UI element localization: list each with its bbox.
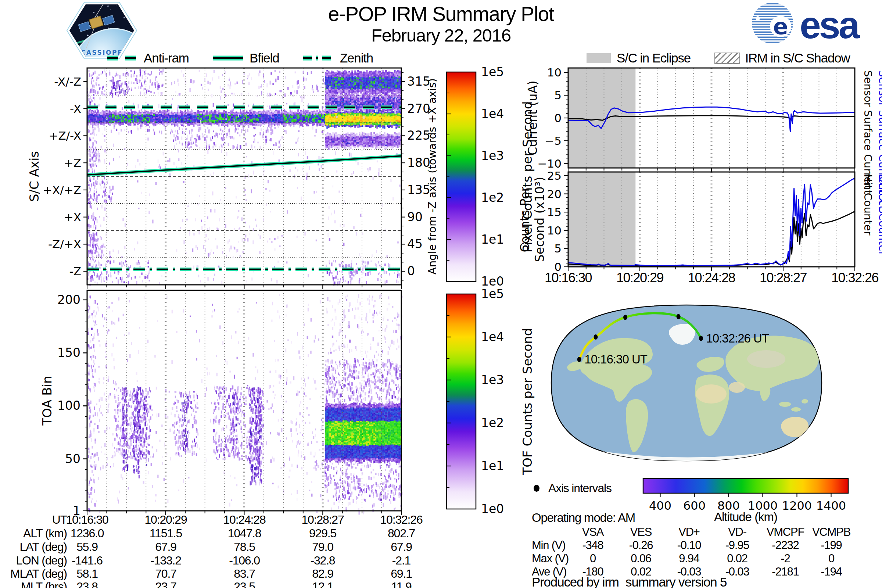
axis-interval-dot xyxy=(676,314,681,320)
angle-tick-label: 0 xyxy=(407,264,415,278)
ephemeris-value: 1236.0 xyxy=(43,526,131,540)
ephemeris-value: 929.5 xyxy=(279,526,367,540)
ephemeris-value: 82.9 xyxy=(279,567,367,580)
axis-intervals-label: Axis intervals xyxy=(548,482,612,495)
legend-label-anti-ram: Anti-ram xyxy=(144,51,189,65)
tof-counts-colorbar-tick-label: 1e0 xyxy=(481,502,504,516)
sensor-current-ytick: 10 xyxy=(547,66,561,79)
tof-counts-colorbar-title: TOF Counts per Second xyxy=(520,328,535,476)
legend-label-bfield: Bfield xyxy=(249,51,279,65)
shadow-legend: S/C in Eclipse IRM in S/C Shadow xyxy=(586,51,873,65)
interval-dot-icon xyxy=(534,485,540,492)
voltage-column-header: VD+ xyxy=(662,525,717,539)
axis-intervals-legend: Axis intervals xyxy=(534,482,612,495)
counters-ytick: 25 xyxy=(547,169,561,182)
legend-label-eclipse: S/C in Eclipse xyxy=(616,51,690,65)
voltage-value: 0 xyxy=(565,552,620,565)
voltage-value: 9.94 xyxy=(662,552,717,565)
operating-mode-text: Operating mode: AM xyxy=(532,511,635,525)
legend-item-zenith: Zenith xyxy=(302,51,373,65)
voltage-value: 0.02 xyxy=(710,552,765,565)
ephemeris-value: -141.6 xyxy=(43,554,131,567)
toa-spectrogram: 200150100501TOA Bin1e51e41e31e21e11e0TOF… xyxy=(40,286,535,518)
eclipse-region xyxy=(568,172,635,267)
angle-tick-label: 90 xyxy=(407,210,423,224)
ephemeris-value: 83.7 xyxy=(200,567,288,580)
time-tick-label: 10:28:27 xyxy=(760,270,807,285)
counters-ytick: 10 xyxy=(547,224,561,237)
produced-by-text: Produced by irm_summary version 5 xyxy=(532,575,726,588)
ephemeris-value: 10:16:30 xyxy=(43,513,131,526)
zenith-line-glyph xyxy=(302,54,334,62)
voltage-column-header: VD- xyxy=(710,525,765,539)
axis-line-legend: Anti-ram Bfield Zenith xyxy=(106,51,394,65)
ephemeris-value: 10:28:27 xyxy=(279,513,367,526)
toa-ytick: 200 xyxy=(57,292,81,307)
tof-counts-colorbar-tick-label: 1e5 xyxy=(481,286,504,301)
ephemeris-value: 10:20:29 xyxy=(122,513,210,526)
voltage-value: -194 xyxy=(804,565,859,579)
ephemeris-value: -106.0 xyxy=(200,554,288,567)
ephemeris-value: -2.1 xyxy=(357,554,446,567)
counters-ylabel-2: Second (x10³) xyxy=(532,177,547,262)
altitude-colorbar-title: Altitude (km) xyxy=(714,510,777,524)
axis-interval-dot xyxy=(578,357,581,362)
voltage-column-header: VCMPB xyxy=(804,525,859,539)
ephemeris-value: 69.1 xyxy=(357,567,446,580)
anti-ram-line-glyph xyxy=(106,54,138,62)
toa-ytick: 50 xyxy=(65,452,81,466)
sc-axis-category: +Z/-X xyxy=(48,129,81,142)
sc-axis-spectrogram: -X/-Z-X+Z/-X+Z+X/+Z+X-Z/+X-Z315270225180… xyxy=(27,64,535,289)
ephemeris-value: 1047.8 xyxy=(200,526,288,540)
toa-ytick: 100 xyxy=(57,398,81,413)
track-start-label: 10:16:30 UT xyxy=(584,352,647,366)
sc-axis-category: -Z/+X xyxy=(48,237,81,250)
ephemeris-value: 11.9 xyxy=(357,580,446,588)
altitude-tick-label: 400 xyxy=(649,499,671,513)
time-tick-label: 10:32:26 xyxy=(831,270,879,285)
sc-axis-ylabel: S/C Axis xyxy=(27,151,42,202)
pixel-counts-colorbar-tick-label: 1e4 xyxy=(481,106,504,121)
legend-label-irm-shadow: IRM in S/C Shadow xyxy=(745,51,850,65)
ephemeris-value: 79.0 xyxy=(279,540,367,554)
voltage-value: -348 xyxy=(565,539,620,552)
pixel-counts-colorbar-tick-label: 1e1 xyxy=(481,232,504,247)
angle-tick-label: 45 xyxy=(407,237,423,251)
altitude-colorbar: 400600800100012001400Altitude (km) xyxy=(643,478,848,524)
axis-interval-dot xyxy=(594,334,597,340)
legend-item-irm-shadow: IRM in S/C Shadow xyxy=(715,51,850,65)
ephemeris-value: 802.7 xyxy=(357,526,446,540)
ephemeris-value: 67.9 xyxy=(122,540,210,554)
ephemeris-value: 58.1 xyxy=(43,567,131,580)
sc-axis-category: +Z xyxy=(64,156,81,170)
ephemeris-value: 12.1 xyxy=(279,580,367,588)
time-tick-label: 10:20:29 xyxy=(616,270,664,285)
axis-interval-dot xyxy=(623,315,627,320)
esa-e-glyph: e xyxy=(773,14,788,39)
voltage-value: 0 xyxy=(804,552,859,565)
axis-interval-dot xyxy=(699,336,703,341)
legend-label-zenith: Zenith xyxy=(340,51,373,65)
sensor-current-ytick: 0 xyxy=(554,111,561,124)
tof-counts-colorbar-tick-label: 1e2 xyxy=(481,416,504,430)
pixel-counts-colorbar-tick-label: 1e2 xyxy=(481,190,504,205)
sc-axis-category: -X/-Z xyxy=(54,75,81,88)
ephemeris-value: 55.9 xyxy=(43,540,131,554)
legend-item-bfield: Bfield xyxy=(212,51,279,65)
sc-axis-category: -Z xyxy=(69,265,81,278)
ephemeris-value: 70.7 xyxy=(122,567,210,580)
ephemeris-value: 10:24:28 xyxy=(200,513,288,526)
counters-ytick: 5 xyxy=(554,242,561,255)
sc-axis-category: +X/+Z xyxy=(43,183,81,196)
time-tick-label: 10:16:30 xyxy=(544,270,592,285)
counters-ylabel-1: Counts Per xyxy=(518,186,532,252)
bfield-line-glyph xyxy=(212,54,244,62)
legend-item-eclipse: S/C in Eclipse xyxy=(586,51,690,65)
pixel-counts-colorbar-tick-label: 1e5 xyxy=(481,64,504,79)
sensor-current-ytick: −10 xyxy=(538,157,561,170)
counters-ytick: 15 xyxy=(547,206,561,219)
sc-axis-category: +X xyxy=(64,211,81,224)
ephemeris-value: 23.8 xyxy=(43,580,131,588)
pixel-counts-colorbar-tick-label: 1e3 xyxy=(481,148,504,163)
tof-counts-colorbar-tick-label: 1e4 xyxy=(481,330,504,344)
